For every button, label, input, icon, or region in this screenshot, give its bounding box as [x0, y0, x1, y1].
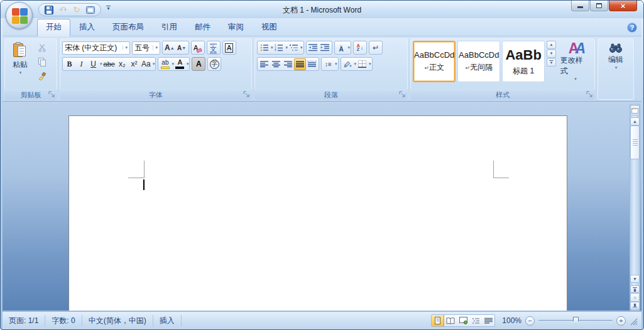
strikethrough-button[interactable]: abe — [102, 58, 116, 70]
zoom-slider[interactable] — [538, 316, 613, 325]
bullets-button[interactable] — [258, 42, 270, 54]
select-browse-object-button[interactable]: ○ — [630, 293, 640, 302]
zoom-out-button[interactable]: − — [525, 316, 535, 326]
styles-scroll-down-button[interactable]: ▼ — [547, 50, 556, 58]
justify-button[interactable] — [294, 58, 306, 70]
full-screen-reading-view-button[interactable] — [444, 315, 457, 326]
align-right-button[interactable] — [282, 58, 294, 70]
multilevel-dropdown-icon[interactable]: ▾ — [300, 45, 303, 50]
subscript-button[interactable]: x₂ — [116, 58, 128, 70]
styles-scroll-up-button[interactable]: ▲ — [547, 41, 556, 49]
maximize-button[interactable] — [590, 1, 608, 11]
previous-page-button[interactable]: ▲▲ — [630, 285, 640, 293]
cut-button[interactable] — [36, 41, 48, 54]
outline-view-button[interactable] — [469, 315, 482, 326]
format-painter-button[interactable] — [36, 70, 48, 83]
style-no-spacing[interactable]: AaBbCcDd ↵无间隔 — [457, 41, 500, 82]
borders-button[interactable] — [356, 58, 368, 70]
style-heading1[interactable]: AaBb 标题 1 — [502, 41, 545, 82]
tab-review[interactable]: 审阅 — [219, 19, 253, 36]
styles-dialog-launcher[interactable] — [586, 91, 593, 98]
numbering-button[interactable]: 123 — [273, 42, 285, 54]
bold-button[interactable]: B — [63, 58, 75, 70]
web-layout-view-button[interactable] — [457, 315, 469, 326]
character-border-button[interactable]: A — [222, 41, 236, 55]
superscript-button[interactable]: x² — [128, 58, 140, 70]
scroll-down-button[interactable]: ▼ — [630, 275, 640, 283]
vertical-scrollbar[interactable]: ▲ ▼ ▲▲ ○ ▼▼ — [630, 104, 640, 311]
change-styles-button[interactable]: AA 更改样式 ▾ — [558, 41, 592, 82]
print-layout-view-button[interactable] — [432, 315, 444, 326]
asian-layout-button[interactable]: ↔ A — [336, 42, 347, 54]
style-normal[interactable]: AaBbCcDd ↵正文 — [413, 41, 456, 82]
status-page[interactable]: 页面: 1/1 — [3, 315, 45, 326]
bullets-dropdown-icon[interactable]: ▾ — [271, 45, 273, 50]
status-word-count[interactable]: 字数: 0 — [45, 315, 82, 326]
font-dialog-launcher[interactable] — [243, 91, 250, 98]
tab-mailings[interactable]: 邮件 — [186, 19, 219, 36]
styles-gallery-more-button[interactable]: ▼ — [547, 58, 556, 67]
font-color-dropdown-icon[interactable]: ▾ — [187, 61, 189, 67]
change-case-button[interactable]: Aa — [140, 58, 152, 70]
align-left-button[interactable] — [258, 58, 270, 70]
tab-references[interactable]: 引用 — [153, 19, 186, 36]
minimize-button[interactable] — [571, 1, 589, 11]
tab-view[interactable]: 视图 — [253, 19, 286, 36]
draft-view-button[interactable] — [482, 315, 494, 326]
tab-insert[interactable]: 插入 — [70, 19, 104, 36]
scrollbar-thumb[interactable] — [630, 125, 640, 159]
status-insert-mode[interactable]: 插入 — [153, 315, 182, 326]
view-ruler-button[interactable] — [630, 105, 640, 115]
save-button[interactable] — [44, 5, 54, 15]
next-page-button[interactable]: ▼▼ — [630, 302, 640, 309]
multilevel-list-button[interactable] — [288, 42, 300, 54]
resize-grip[interactable] — [630, 317, 638, 326]
underline-dropdown-icon[interactable]: ▾ — [100, 61, 102, 67]
clear-formatting-button[interactable]: A — [191, 41, 205, 55]
close-icon: × — [621, 2, 626, 10]
copy-button[interactable] — [36, 56, 48, 68]
distributed-button[interactable] — [306, 58, 318, 70]
close-button[interactable]: × — [609, 1, 637, 11]
enclose-characters-button[interactable]: 字 — [207, 57, 221, 71]
show-hide-button[interactable]: ↵ — [369, 41, 383, 55]
increase-indent-button[interactable] — [319, 42, 331, 54]
phonetic-guide-button[interactable]: wén 文 — [207, 41, 221, 55]
tab-home[interactable]: 开始 — [37, 19, 70, 36]
change-case-dropdown-icon[interactable]: ▾ — [153, 61, 155, 67]
paragraph-dialog-launcher[interactable] — [399, 91, 406, 98]
document-view-button[interactable] — [85, 5, 96, 15]
font-size-combo[interactable]: 五号 ▾ — [132, 41, 160, 55]
paste-button[interactable]: 粘贴 ▾ — [7, 41, 33, 88]
zoom-level-button[interactable]: 100% — [499, 316, 521, 325]
asian-layout-dropdown-icon[interactable]: ▾ — [348, 45, 351, 50]
office-button[interactable] — [6, 2, 33, 29]
grow-font-button[interactable]: A▲ — [163, 42, 176, 54]
underline-button[interactable]: U — [87, 58, 99, 70]
editing-button[interactable]: 编辑 ▾ — [606, 41, 626, 98]
status-language[interactable]: 中文(简体，中国) — [82, 315, 153, 326]
line-spacing-dropdown-icon[interactable]: ▾ — [335, 61, 337, 67]
align-center-button[interactable] — [270, 58, 282, 70]
clipboard-dialog-launcher[interactable] — [48, 91, 55, 98]
customize-qat-button[interactable]: ▾ — [106, 6, 111, 10]
undo-button[interactable]: ↶▾ — [58, 5, 68, 15]
line-spacing-button[interactable]: ↕≡ — [322, 58, 334, 70]
font-color-button[interactable]: A — [174, 58, 186, 70]
character-shading-button[interactable]: A — [192, 57, 205, 71]
font-name-combo[interactable]: 宋体 (中文正文) ▾ — [62, 41, 130, 55]
redo-button[interactable]: ↻ — [72, 5, 82, 15]
tab-page-layout[interactable]: 页面布局 — [104, 19, 153, 36]
highlight-color-button[interactable]: ab — [159, 58, 171, 70]
shrink-font-button[interactable]: A▼ — [176, 42, 188, 54]
document-page[interactable] — [68, 115, 567, 311]
sort-button[interactable]: A Z ↓ — [353, 41, 367, 55]
help-button[interactable]: ? — [627, 23, 637, 33]
italic-button[interactable]: I — [75, 58, 87, 70]
scroll-up-button[interactable]: ▲ — [630, 117, 640, 125]
shading-button[interactable] — [342, 58, 354, 70]
decrease-indent-button[interactable] — [307, 42, 319, 54]
borders-dropdown-icon[interactable]: ▾ — [369, 61, 371, 67]
zoom-slider-thumb[interactable] — [573, 317, 579, 324]
zoom-in-button[interactable]: + — [616, 316, 626, 326]
